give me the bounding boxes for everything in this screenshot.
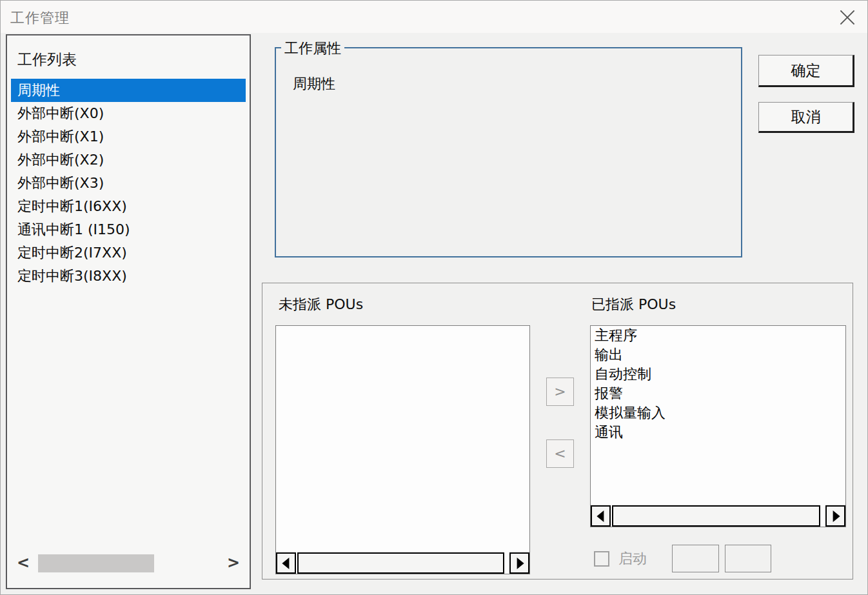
right-triangle-icon	[833, 510, 840, 522]
task-list-panel: 工作列表 周期性外部中断(X0)外部中断(X1)外部中断(X2)外部中断(X3)…	[6, 34, 251, 589]
task-list-item[interactable]: 定时中断1(I6XX)	[11, 195, 246, 218]
scroll-right-arrow-button[interactable]	[825, 505, 845, 527]
scroll-left-arrow-button[interactable]	[276, 552, 296, 574]
unassigned-pous-label: 未指派 POUs	[279, 295, 363, 314]
move-left-button[interactable]: <	[546, 439, 574, 468]
close-icon[interactable]	[836, 6, 858, 28]
pou-assignment-group: 未指派 POUs 已指派 POUs > < 主程序输出自动控制报警模拟量输入通讯	[262, 283, 853, 580]
titlebar: 工作管理	[1, 1, 867, 33]
unassigned-pous-list[interactable]	[275, 325, 530, 574]
startup-value-field-2	[725, 545, 771, 572]
task-manager-dialog: 工作管理 工作列表 周期性外部中断(X0)外部中断(X1)外部中断(X2)外部中…	[0, 0, 868, 595]
assigned-pou-item[interactable]: 报警	[591, 384, 845, 403]
task-list-item[interactable]: 外部中断(X0)	[11, 102, 246, 125]
assigned-pou-item[interactable]: 输出	[591, 345, 845, 365]
task-list-hscrollbar[interactable]: < >	[10, 553, 247, 574]
scroll-right-arrow-button[interactable]	[509, 552, 529, 574]
task-list-item[interactable]: 周期性	[11, 79, 246, 102]
task-list: 周期性外部中断(X0)外部中断(X1)外部中断(X2)外部中断(X3)定时中断1…	[7, 79, 250, 288]
assigned-pou-item[interactable]: 通讯	[591, 423, 845, 442]
task-list-item[interactable]: 通讯中断1 (I150)	[11, 218, 246, 241]
task-list-header: 工作列表	[7, 35, 250, 79]
scroll-left-arrow-button[interactable]	[591, 505, 611, 527]
assigned-pous-list[interactable]: 主程序输出自动控制报警模拟量输入通讯	[590, 325, 846, 527]
assigned-pou-item[interactable]: 自动控制	[591, 365, 845, 384]
cancel-button[interactable]: 取消	[758, 102, 854, 133]
scrollbar-thumb[interactable]	[297, 552, 504, 574]
move-right-button[interactable]: >	[546, 378, 574, 406]
right-triangle-icon	[517, 558, 524, 569]
assigned-pous-items: 主程序输出自动控制报警模拟量输入通讯	[591, 326, 845, 442]
task-properties-label: 工作属性	[281, 39, 344, 58]
left-triangle-icon	[597, 510, 604, 522]
scrollbar-thumb[interactable]	[38, 554, 154, 572]
scrollbar-thumb[interactable]	[612, 505, 820, 527]
task-list-item[interactable]: 外部中断(X3)	[11, 172, 246, 195]
task-properties-value: 周期性	[293, 74, 335, 94]
task-list-item[interactable]: 定时中断3(I8XX)	[11, 265, 246, 288]
scroll-right-icon[interactable]: >	[224, 553, 243, 574]
assigned-pou-item[interactable]: 主程序	[591, 326, 845, 345]
startup-value-field-1	[672, 545, 719, 572]
window-title: 工作管理	[10, 8, 70, 28]
startup-checkbox-label: 启动	[618, 549, 647, 569]
assigned-list-hscrollbar[interactable]	[591, 505, 845, 527]
assigned-pou-item[interactable]: 模拟量输入	[591, 403, 845, 423]
startup-checkbox[interactable]	[594, 551, 609, 567]
ok-button[interactable]: 确定	[758, 55, 854, 87]
task-list-item[interactable]: 外部中断(X1)	[11, 125, 246, 148]
task-list-item[interactable]: 定时中断2(I7XX)	[11, 241, 246, 265]
scroll-left-icon[interactable]: <	[14, 553, 33, 574]
unassigned-list-hscrollbar[interactable]	[276, 552, 529, 574]
left-triangle-icon	[282, 558, 289, 569]
task-list-item[interactable]: 外部中断(X2)	[11, 148, 246, 172]
task-properties-group: 工作属性 周期性	[275, 47, 742, 257]
assigned-pous-label: 已指派 POUs	[591, 295, 676, 314]
